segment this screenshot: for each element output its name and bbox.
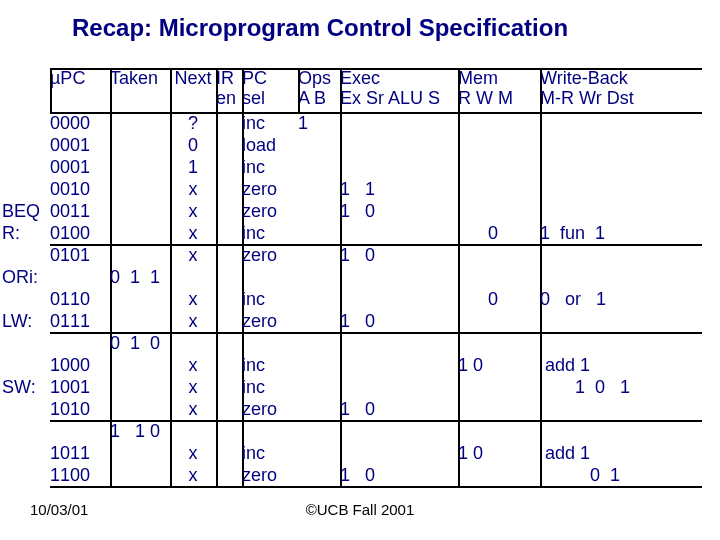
cell bbox=[298, 442, 340, 464]
cell bbox=[50, 420, 110, 442]
cell bbox=[340, 156, 458, 178]
cell: add 1 bbox=[540, 354, 702, 376]
cell: inc bbox=[242, 442, 298, 464]
cell bbox=[216, 376, 242, 398]
cell bbox=[216, 178, 242, 200]
row-label: SW: bbox=[2, 377, 36, 398]
cell: zero bbox=[242, 310, 298, 332]
cell bbox=[340, 288, 458, 310]
table-row: LW:0111xzero1 0 bbox=[50, 310, 702, 332]
cell: 0 1 bbox=[540, 464, 702, 486]
cell: 0 1 1 bbox=[110, 266, 170, 288]
cell bbox=[458, 376, 540, 398]
cell bbox=[110, 200, 170, 222]
hdr-wb: Write-BackM-R Wr Dst bbox=[540, 68, 702, 112]
table-row: 0110xinc 00 or 1 bbox=[50, 288, 702, 310]
cell bbox=[242, 420, 298, 442]
cell bbox=[540, 134, 702, 156]
cell bbox=[110, 178, 170, 200]
cell bbox=[242, 332, 298, 354]
cell: x bbox=[170, 464, 216, 486]
cell: x bbox=[170, 178, 216, 200]
cell: 1000 bbox=[50, 354, 110, 376]
table-row: 1 1 0 bbox=[50, 420, 702, 442]
cell: x bbox=[170, 376, 216, 398]
cell: 0 1 0 bbox=[110, 332, 170, 354]
hdr-ops-l2: A B bbox=[298, 88, 326, 108]
cell: 1 bbox=[170, 156, 216, 178]
cell bbox=[298, 376, 340, 398]
cell bbox=[458, 398, 540, 420]
cell bbox=[50, 266, 110, 288]
row-label: R: bbox=[2, 223, 20, 244]
table-row: 1100xzero1 0 0 1 bbox=[50, 464, 702, 486]
cell: 0011 bbox=[50, 200, 110, 222]
hdr-mem-l1: Mem bbox=[458, 68, 498, 88]
cell bbox=[298, 288, 340, 310]
cell bbox=[216, 464, 242, 486]
cell: 0001 bbox=[50, 134, 110, 156]
cell: zero bbox=[242, 200, 298, 222]
cell bbox=[110, 222, 170, 244]
cell: 1010 bbox=[50, 398, 110, 420]
hdr-pc-l2: sel bbox=[242, 88, 265, 108]
hdr-pc-l1: PC bbox=[242, 68, 267, 88]
cell: 1 fun 1 bbox=[540, 222, 702, 244]
hdr-wb-l1: Write-Back bbox=[540, 68, 628, 88]
hdr-exec: ExecEx Sr ALU S bbox=[340, 68, 458, 112]
cell bbox=[540, 156, 702, 178]
hdr-mem-l2: R W M bbox=[458, 88, 513, 108]
cell bbox=[170, 332, 216, 354]
cell bbox=[458, 310, 540, 332]
table-row: 1000xinc1 0 add 1 bbox=[50, 354, 702, 376]
cell bbox=[216, 200, 242, 222]
hdr-next: Next bbox=[170, 68, 216, 112]
table-row: ORi:0 1 1 bbox=[50, 266, 702, 288]
cell bbox=[110, 134, 170, 156]
cell: inc bbox=[242, 112, 298, 134]
cell: 1 0 bbox=[340, 464, 458, 486]
footer-copyright: ©UCB Fall 2001 bbox=[306, 501, 415, 518]
cell: 1 0 bbox=[340, 200, 458, 222]
cell bbox=[298, 222, 340, 244]
cell: 0000 bbox=[50, 112, 110, 134]
cell: 0 bbox=[170, 134, 216, 156]
microprogram-table: µPC Taken Next IRen PCsel OpsA B ExecEx … bbox=[50, 68, 702, 486]
cell bbox=[110, 464, 170, 486]
cell bbox=[540, 266, 702, 288]
vline-upc bbox=[50, 68, 52, 112]
table-row: 1010xzero1 0 bbox=[50, 398, 702, 420]
cell bbox=[216, 134, 242, 156]
cell bbox=[216, 332, 242, 354]
cell bbox=[170, 266, 216, 288]
cell bbox=[110, 376, 170, 398]
hdr-mem: MemR W M bbox=[458, 68, 540, 112]
row-label: ORi: bbox=[2, 267, 38, 288]
cell bbox=[458, 156, 540, 178]
cell: add 1 bbox=[540, 442, 702, 464]
cell: x bbox=[170, 442, 216, 464]
cell: 1011 bbox=[50, 442, 110, 464]
cell: 0 or 1 bbox=[540, 288, 702, 310]
cell bbox=[216, 112, 242, 134]
cell bbox=[110, 288, 170, 310]
row-label: LW: bbox=[2, 311, 32, 332]
cell bbox=[110, 354, 170, 376]
cell: 1 0 bbox=[458, 442, 540, 464]
cell: zero bbox=[242, 398, 298, 420]
cell bbox=[540, 420, 702, 442]
cell bbox=[216, 266, 242, 288]
cell bbox=[540, 398, 702, 420]
table-row: R:0100xinc 01 fun 1 bbox=[50, 222, 702, 244]
cell bbox=[298, 398, 340, 420]
table-row: BEQ0011xzero1 0 bbox=[50, 200, 702, 222]
cell: 1 0 bbox=[340, 398, 458, 420]
hdr-pc: PCsel bbox=[242, 68, 298, 112]
cell: 1 1 bbox=[340, 178, 458, 200]
cell bbox=[458, 332, 540, 354]
cell: 0 bbox=[458, 222, 540, 244]
cell bbox=[458, 112, 540, 134]
cell: x bbox=[170, 244, 216, 266]
hdr-ir-l2: en bbox=[216, 88, 236, 108]
cell bbox=[298, 354, 340, 376]
